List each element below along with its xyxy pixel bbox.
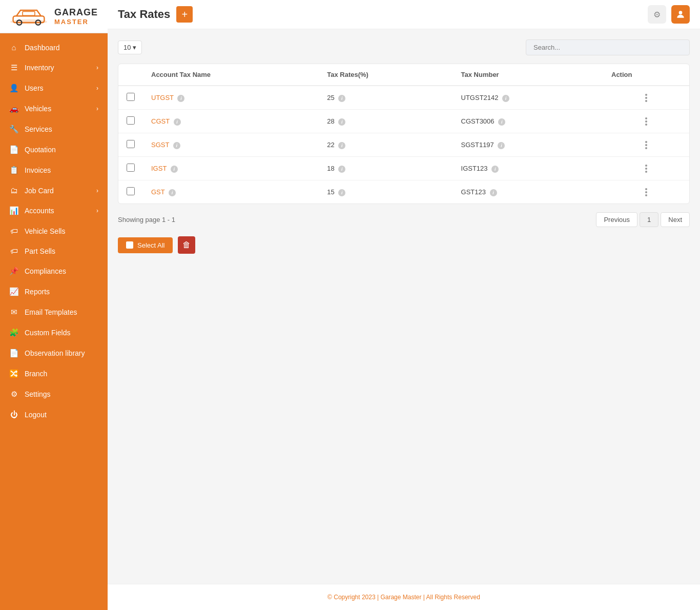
- sidebar-item-reports[interactable]: 📈 Reports: [0, 281, 108, 302]
- next-page-button[interactable]: Next: [661, 212, 690, 227]
- tax-name-link[interactable]: UTGST: [151, 94, 174, 101]
- previous-page-button[interactable]: Previous: [596, 212, 637, 227]
- settings-button[interactable]: ⚙: [648, 5, 666, 24]
- sidebar-item-invoices[interactable]: 📋 Invoices: [0, 160, 108, 180]
- sidebar-item-custom-fields[interactable]: 🧩 Custom Fields: [0, 322, 108, 343]
- user-profile-button[interactable]: [671, 5, 690, 24]
- table-row: SGST i 22 i SGST1197 i: [118, 133, 689, 157]
- row-checkbox[interactable]: [127, 187, 135, 195]
- row-checkbox-cell[interactable]: [118, 110, 143, 133]
- per-page-select[interactable]: 10 ▾: [118, 40, 142, 54]
- info-icon[interactable]: i: [498, 118, 505, 126]
- sidebar-item-vehicle-sells[interactable]: 🏷 Vehicle Sells: [0, 221, 108, 241]
- sidebar-item-users[interactable]: 👤 Users ›: [0, 78, 108, 98]
- row-checkbox[interactable]: [127, 93, 135, 101]
- sidebar-item-label: Branch: [25, 370, 47, 378]
- info-icon[interactable]: i: [169, 189, 176, 196]
- info-icon[interactable]: i: [173, 142, 180, 149]
- sidebar-item-label: Compliances: [25, 267, 66, 275]
- vehicles-icon: 🚗: [9, 104, 18, 113]
- sidebar-item-branch[interactable]: 🔀 Branch: [0, 363, 108, 384]
- row-tax-rate: 22 i: [319, 133, 452, 157]
- row-action: [603, 157, 689, 180]
- car-logo-icon: [8, 6, 49, 27]
- row-checkbox-cell[interactable]: [118, 157, 143, 180]
- info-icon[interactable]: i: [177, 95, 184, 102]
- add-tax-rate-button[interactable]: +: [176, 6, 193, 23]
- toolbar-row: 10 ▾: [118, 39, 690, 55]
- row-action: [603, 180, 689, 204]
- row-checkbox-cell[interactable]: [118, 86, 143, 110]
- action-menu-button[interactable]: [611, 117, 681, 126]
- select-all-label: Select All: [137, 241, 164, 249]
- sidebar-item-label: Services: [25, 125, 52, 133]
- header-checkbox-col: [118, 64, 143, 86]
- row-checkbox-cell[interactable]: [118, 133, 143, 157]
- sidebar-item-label: Dashboard: [25, 44, 60, 52]
- info-icon[interactable]: i: [338, 142, 345, 149]
- sidebar-item-inventory[interactable]: ☰ Inventory ›: [0, 57, 108, 78]
- sidebar-item-part-sells[interactable]: 🏷 Part Sells: [0, 241, 108, 261]
- info-icon[interactable]: i: [171, 166, 178, 173]
- row-tax-name: CGST i: [143, 110, 319, 133]
- row-tax-name: IGST i: [143, 157, 319, 180]
- sidebar-item-observation-library[interactable]: 📄 Observation library: [0, 343, 108, 363]
- svg-point-0: [10, 19, 47, 25]
- sidebar-item-label: Custom Fields: [25, 329, 70, 337]
- sidebar-item-label: Job Card: [25, 187, 54, 195]
- brand-name: GARAGE: [54, 7, 98, 18]
- sidebar-item-label: Inventory: [25, 64, 54, 72]
- pagination-buttons: Previous 1 Next: [596, 212, 690, 227]
- sidebar-item-logout[interactable]: ⏻ Logout: [0, 404, 108, 424]
- tax-name-link[interactable]: IGST: [151, 165, 167, 172]
- action-menu-button[interactable]: [611, 94, 681, 102]
- sidebar-item-email-templates[interactable]: ✉ Email Templates: [0, 302, 108, 322]
- info-icon[interactable]: i: [502, 95, 509, 102]
- sidebar-item-label: Reports: [25, 288, 50, 296]
- info-icon[interactable]: i: [491, 166, 499, 173]
- sidebar-item-label: Users: [25, 84, 44, 92]
- tax-name-link[interactable]: SGST: [151, 141, 169, 149]
- sidebar-item-label: Accounts: [25, 207, 54, 215]
- row-checkbox-cell[interactable]: [118, 180, 143, 204]
- tax-name-link[interactable]: GST: [151, 188, 165, 196]
- row-checkbox[interactable]: [127, 116, 135, 125]
- observation-icon: 📄: [9, 349, 18, 358]
- info-icon[interactable]: i: [174, 118, 181, 126]
- action-menu-button[interactable]: [611, 165, 681, 173]
- info-icon[interactable]: i: [338, 118, 345, 126]
- search-input[interactable]: [526, 39, 690, 55]
- info-icon[interactable]: i: [490, 189, 497, 196]
- chevron-right-icon: ›: [96, 105, 98, 112]
- info-icon[interactable]: i: [498, 142, 505, 149]
- select-all-button[interactable]: Select All: [118, 237, 173, 253]
- row-action: [603, 133, 689, 157]
- sidebar-item-label: Invoices: [25, 166, 51, 174]
- sidebar-item-compliances[interactable]: 📌 Compliances: [0, 261, 108, 281]
- row-checkbox[interactable]: [127, 140, 135, 148]
- row-tax-rate: 18 i: [319, 157, 452, 180]
- row-tax-number: IGST123 i: [453, 157, 603, 180]
- tax-name-link[interactable]: CGST: [151, 117, 170, 125]
- topbar: Tax Rates + ⚙: [108, 0, 700, 29]
- sidebar-item-vehicles[interactable]: 🚗 Vehicles ›: [0, 98, 108, 119]
- sidebar-item-job-card[interactable]: 🗂 Job Card ›: [0, 180, 108, 200]
- action-menu-button[interactable]: [611, 188, 681, 196]
- sidebar-item-accounts[interactable]: 📊 Accounts ›: [0, 200, 108, 221]
- info-icon[interactable]: i: [338, 166, 345, 173]
- row-tax-number: SGST1197 i: [453, 133, 603, 157]
- sidebar-item-settings[interactable]: ⚙ Settings: [0, 384, 108, 404]
- sidebar-item-services[interactable]: 🔧 Services: [0, 119, 108, 139]
- action-menu-button[interactable]: [611, 141, 681, 149]
- header-tax-number: Tax Number: [453, 64, 603, 86]
- sidebar-item-quotation[interactable]: 📄 Quotation: [0, 139, 108, 160]
- row-checkbox[interactable]: [127, 164, 135, 172]
- delete-selected-button[interactable]: 🗑: [178, 236, 195, 254]
- page-1-button[interactable]: 1: [640, 212, 658, 227]
- info-icon[interactable]: i: [338, 189, 345, 196]
- invoices-icon: 📋: [9, 166, 18, 175]
- sidebar-item-label: Observation library: [25, 349, 85, 357]
- sidebar-item-dashboard[interactable]: ⌂ Dashboard: [0, 37, 108, 57]
- select-all-row: Select All 🗑: [118, 236, 690, 254]
- info-icon[interactable]: i: [338, 95, 345, 102]
